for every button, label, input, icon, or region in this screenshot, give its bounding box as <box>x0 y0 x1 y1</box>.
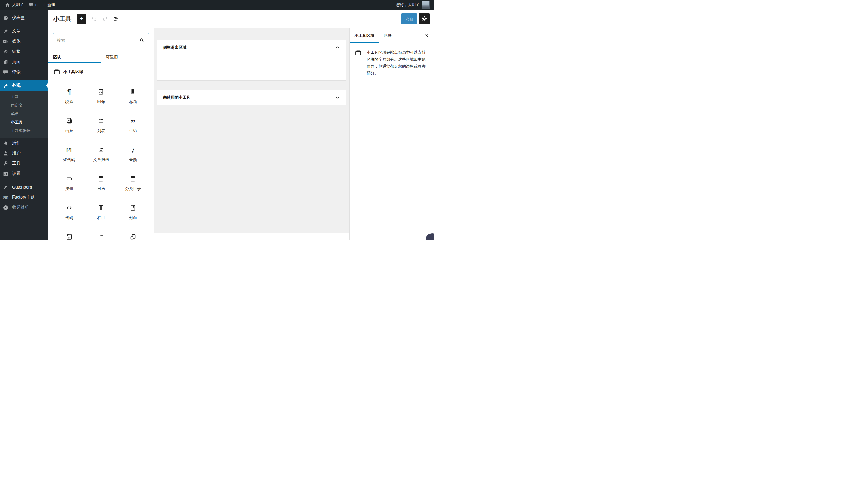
search-input[interactable] <box>57 38 138 42</box>
block-item-quote[interactable]: ” 引语 <box>117 117 149 133</box>
sidebar-item-posts[interactable]: 文章 <box>0 26 49 36</box>
avatar[interactable] <box>422 1 430 9</box>
cover-icon <box>129 204 136 212</box>
settings-tabs: 小工具区域 区块 <box>350 28 434 43</box>
widget-area-title: 侧栏滑出区域 <box>163 45 186 50</box>
block-item-list[interactable]: 列表 <box>85 117 117 133</box>
list-view-button[interactable] <box>111 13 122 24</box>
sidebar-item-label: 文章 <box>12 28 21 34</box>
image-icon <box>97 88 104 95</box>
block-item-paragraph[interactable]: ¶ 段落 <box>53 88 85 104</box>
categories-icon <box>129 175 136 183</box>
sidebar-item-label: 插件 <box>12 140 21 146</box>
update-button[interactable]: 更新 <box>401 13 417 24</box>
sidebar-item-tools[interactable]: 工具 <box>0 158 49 169</box>
calendar-icon <box>97 175 104 183</box>
sidebar-item-label: 链接 <box>12 49 21 54</box>
quote-icon: ” <box>130 117 136 125</box>
list-icon <box>97 117 104 125</box>
search-icon <box>138 37 145 43</box>
audio-note-icon: ♪ <box>131 146 135 154</box>
sidebar-item-label: 仪表盘 <box>12 15 25 21</box>
settings-button[interactable] <box>419 13 430 24</box>
collapse-icon <box>2 204 8 211</box>
block-item-cover[interactable]: 封面 <box>117 204 149 221</box>
sidebar-item-appearance[interactable]: 外观 <box>0 81 49 91</box>
admin-bar-new[interactable]: + 新建 <box>40 0 58 10</box>
block-item-button[interactable]: 按钮 <box>53 175 85 192</box>
pencil-icon <box>2 184 8 190</box>
sidebar-item-settings[interactable]: 设置 <box>0 169 49 179</box>
widget-area-panel-header[interactable]: 未使用的小工具 <box>157 90 346 105</box>
home-icon <box>5 2 10 7</box>
pages-icon <box>2 59 8 65</box>
block-item-columns[interactable]: 栏目 <box>85 204 117 221</box>
widget-area-panel-header[interactable]: 侧栏滑出区域 <box>157 40 346 55</box>
dashboard-icon <box>2 15 8 21</box>
sidebar-item-label: 工具 <box>12 161 21 166</box>
block-item-label: 画廊 <box>65 128 73 133</box>
block-item-gallery[interactable]: 画廊 <box>53 117 85 133</box>
submenu-item-theme-editor[interactable]: 主题编辑器 <box>0 127 49 135</box>
block-item-heading[interactable]: 标题 <box>117 88 149 104</box>
redo-button[interactable] <box>100 13 111 24</box>
sidebar-item-links[interactable]: 链接 <box>0 46 49 57</box>
block-item-calendar[interactable]: 日历 <box>85 175 117 192</box>
media-icon <box>2 38 8 44</box>
block-inserter-button[interactable]: + <box>77 14 87 24</box>
wrench-icon <box>2 160 8 166</box>
site-name: 大胡子 <box>12 2 24 7</box>
admin-bar-comments[interactable]: 0 <box>26 0 40 10</box>
block-inserter-panel: 区块 可重用 小工具区域 ¶ 段落 <box>49 28 154 241</box>
sidebar-item-pages[interactable]: 页面 <box>0 57 49 67</box>
submenu-item-widgets[interactable]: 小工具 <box>0 118 49 127</box>
columns-icon <box>97 204 104 212</box>
block-item-custom-html[interactable] <box>53 233 85 241</box>
tab-widget-area[interactable]: 小工具区域 <box>350 28 379 43</box>
undo-button[interactable] <box>89 13 100 24</box>
admin-menu: 仪表盘 文章 媒体 链接 页面 <box>0 10 49 241</box>
tab-block[interactable]: 区块 <box>379 28 397 43</box>
block-item-label: 按钮 <box>65 186 73 192</box>
sidebar-item-label: 设置 <box>12 171 21 177</box>
block-item-shortcode[interactable]: [/] 短代码 <box>53 146 85 163</box>
block-item-categories[interactable]: 分类目录 <box>117 175 149 192</box>
block-item-group[interactable] <box>117 233 149 241</box>
link-icon <box>2 49 8 55</box>
sidebar-item-plugins[interactable]: 插件 <box>0 138 49 148</box>
editor-content: 侧栏滑出区域 未使用的小工具 <box>154 28 349 241</box>
heading-bookmark-icon <box>129 88 136 95</box>
widget-area-title: 未使用的小工具 <box>163 95 190 100</box>
block-item-label: 音频 <box>129 157 137 163</box>
submenu-item-themes[interactable]: 主题 <box>0 93 49 101</box>
admin-bar-site-link[interactable]: 大胡子 <box>2 0 26 10</box>
greeting-text[interactable]: 您好，大胡子 <box>396 2 420 7</box>
sidebar-item-gutenberg[interactable]: Gutenberg <box>0 182 49 192</box>
tab-blocks[interactable]: 区块 <box>49 51 101 63</box>
block-item-audio[interactable]: ♪ 音频 <box>117 146 149 163</box>
sliders-icon <box>2 171 8 177</box>
sidebar-item-xin-factory[interactable]: Xin Factory主题 <box>0 192 49 202</box>
close-settings-button[interactable] <box>420 28 434 43</box>
admin-bar: 大胡子 0 + 新建 您好，大胡子 <box>0 0 434 10</box>
block-item-image[interactable]: 图像 <box>85 88 117 104</box>
sidebar-item-label: 评论 <box>12 69 21 75</box>
sidebar-item-media[interactable]: 媒体 <box>0 36 49 46</box>
comment-icon <box>2 69 8 75</box>
block-item-code[interactable]: 代码 <box>53 204 85 221</box>
block-item-archives[interactable]: 文章归档 <box>85 146 117 163</box>
submenu-item-customize[interactable]: 自定义 <box>0 101 49 110</box>
sidebar-item-label: 收起菜单 <box>12 205 29 210</box>
undo-icon <box>91 15 98 22</box>
gear-icon <box>421 15 428 22</box>
sidebar-item-collapse-menu[interactable]: 收起菜单 <box>0 202 49 213</box>
new-label: 新建 <box>48 2 55 7</box>
sidebar-item-dashboard[interactable]: 仪表盘 <box>0 13 49 23</box>
inserter-tabs: 区块 可重用 <box>49 51 154 63</box>
sidebar-item-users[interactable]: 用户 <box>0 148 49 158</box>
file-folder-icon <box>97 233 104 241</box>
block-item-file[interactable] <box>85 233 117 241</box>
submenu-item-menus[interactable]: 菜单 <box>0 110 49 118</box>
sidebar-item-comments[interactable]: 评论 <box>0 67 49 77</box>
tab-reusable[interactable]: 可重用 <box>101 51 154 63</box>
